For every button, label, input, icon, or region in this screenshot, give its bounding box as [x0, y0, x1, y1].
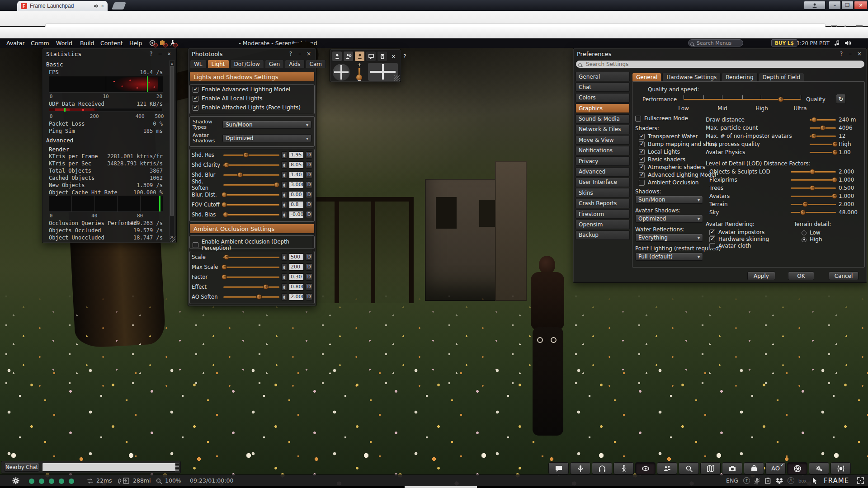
checkbox-row[interactable]: Enable Attached Lights (Face Lights) — [190, 103, 314, 112]
volume-icon[interactable] — [844, 40, 851, 47]
tab-close-icon[interactable]: × — [101, 3, 104, 9]
default-button[interactable]: D — [306, 191, 312, 198]
settings-gear-icon[interactable] — [12, 477, 20, 485]
resize-grip[interactable] — [394, 75, 400, 81]
sidebar-item-colors[interactable]: Colors — [576, 93, 630, 103]
chat-resize-grip[interactable] — [175, 464, 179, 471]
buy-currency-button[interactable]: BUY L$ — [771, 39, 797, 47]
chat-button[interactable] — [548, 462, 569, 474]
os-maximize-button[interactable]: ❐ — [841, 1, 854, 9]
shadow-types-dropdown[interactable]: Sun/Moon — [222, 121, 311, 129]
settings-button[interactable] — [809, 462, 829, 474]
flexiprims-slider[interactable] — [791, 177, 836, 183]
clipboard-icon[interactable] — [765, 477, 771, 484]
stepper[interactable]: ▲▼ — [281, 171, 287, 178]
checkbox[interactable] — [639, 157, 645, 163]
value-field[interactable]: 1.40 — [289, 171, 304, 178]
dropbox-icon[interactable] — [776, 478, 783, 484]
avatar-shadows-dropdown[interactable]: Optimized — [635, 215, 703, 223]
preferences-floater[interactable]: Preferences ? – × General Chat Colors Gr… — [573, 48, 867, 283]
avatars-lod-slider[interactable] — [791, 193, 836, 199]
fov-cutoff-slider[interactable] — [223, 202, 279, 207]
sidebar-item-general[interactable]: General — [576, 72, 630, 81]
checkbox[interactable] — [639, 180, 645, 186]
close-icon[interactable]: × — [305, 51, 312, 57]
checkbox[interactable] — [193, 242, 198, 248]
blur-dist-slider[interactable] — [223, 192, 279, 197]
sky-lod-slider[interactable] — [791, 210, 836, 215]
ao-max-scale-slider[interactable] — [223, 264, 279, 270]
radio[interactable] — [802, 237, 807, 242]
stepper[interactable]: ▲▼ — [281, 161, 287, 169]
avatar-shadows-dropdown[interactable]: Optimized — [222, 134, 311, 142]
default-button[interactable]: D — [306, 161, 312, 169]
ao-effect-slider[interactable] — [223, 284, 279, 290]
close-icon[interactable]: × — [165, 51, 173, 57]
section-basic[interactable]: Basic — [46, 61, 63, 68]
stepper[interactable]: ▲▼ — [281, 181, 287, 188]
statistics-header[interactable]: Statistics ? – × — [42, 48, 176, 59]
listen-button[interactable] — [592, 462, 612, 474]
tab-hardware-settings[interactable]: Hardware Settings — [662, 73, 721, 82]
shader-checkbox-row[interactable]: Transparent Water — [639, 133, 698, 140]
tab-gen[interactable]: Gen — [265, 60, 284, 68]
sidebar-item-privacy[interactable]: Privacy — [576, 156, 630, 166]
sidebar-item-chat[interactable]: Chat — [576, 82, 630, 92]
default-button[interactable]: D — [306, 151, 312, 159]
help-icon[interactable]: ? — [400, 51, 410, 61]
default-button[interactable]: D — [306, 211, 312, 218]
tab-audio-icon[interactable] — [94, 4, 99, 9]
value-field[interactable]: 3.000 — [289, 181, 304, 188]
shadows-dropdown[interactable]: Sun/Moon — [635, 196, 703, 204]
value-field[interactable]: -0.008 — [289, 211, 304, 218]
checkbox-row[interactable]: Enable Advanced Lighting Model — [190, 85, 314, 94]
firestorm-titlebar[interactable]: Firestorm-Releasex64 4.7.3.47323 - Inara… — [0, 27, 868, 38]
close-icon[interactable]: × — [856, 51, 863, 57]
phototools-button[interactable] — [787, 462, 807, 474]
fullscreen-checkbox-row[interactable]: Fullscreen Mode — [635, 115, 688, 122]
stepper[interactable]: ▲▼ — [281, 151, 287, 159]
avatar-physics-slider[interactable] — [810, 150, 836, 155]
search-button[interactable] — [679, 462, 699, 474]
minimize-icon[interactable]: – — [847, 51, 854, 57]
shd-soften-slider[interactable] — [223, 182, 279, 188]
stepper[interactable]: ▲▼ — [281, 293, 287, 300]
radio[interactable] — [802, 230, 807, 235]
checkbox[interactable] — [709, 236, 715, 242]
section-advanced[interactable]: Advanced — [46, 137, 73, 144]
stepper[interactable]: ▲▼ — [281, 273, 287, 281]
inventory-button[interactable] — [744, 462, 764, 474]
sidebar-item-crash-reports[interactable]: Crash Reports — [576, 199, 630, 208]
phototools-header[interactable]: Phototools ? – × — [188, 48, 316, 59]
draw-distance-slider[interactable] — [810, 117, 836, 122]
scrollbar[interactable]: ▲ ▼ — [169, 61, 175, 240]
scroll-up-icon[interactable]: ▲ — [170, 61, 174, 66]
object-view-button[interactable] — [366, 51, 376, 61]
particle-count-slider[interactable] — [810, 125, 836, 131]
tab-cam[interactable]: Cam — [306, 60, 326, 68]
os-user-button[interactable] — [804, 1, 826, 9]
value-field[interactable]: 1.95 — [289, 151, 304, 159]
people-button[interactable] — [657, 462, 677, 474]
value-field[interactable]: 2.000 — [289, 293, 304, 300]
camera-pan-control[interactable] — [368, 63, 398, 81]
value-field[interactable]: 8.053 — [289, 161, 304, 169]
post-process-slider[interactable] — [810, 141, 836, 147]
ao-soften-slider[interactable] — [223, 294, 279, 300]
tab-rendering[interactable]: Rendering — [722, 73, 757, 82]
checkbox-row[interactable]: Enable Ambient Occlusion (Depth Percepti… — [190, 236, 314, 253]
shd-clarity-slider[interactable] — [223, 162, 279, 168]
value-field[interactable]: 200 — [289, 263, 304, 271]
menu-search-input[interactable] — [688, 39, 743, 47]
checkbox[interactable] — [639, 141, 645, 147]
shd-res-slider[interactable] — [223, 152, 279, 158]
avatar-impostors-row[interactable]: Avatar impostors — [709, 229, 764, 235]
checkbox[interactable] — [639, 134, 645, 140]
ao-button[interactable]: AO✓ — [765, 462, 786, 474]
settings-search-input[interactable] — [576, 60, 865, 68]
default-button[interactable]: D — [306, 171, 312, 178]
sidebar-item-user-interface[interactable]: User Interface — [576, 178, 630, 187]
camera-controls-floater[interactable]: × ? + − — [330, 49, 401, 82]
phototools-floater[interactable]: Phototools ? – × WL Light DoF/Glow Gen A… — [188, 48, 316, 306]
tab-general[interactable]: General — [632, 73, 661, 82]
